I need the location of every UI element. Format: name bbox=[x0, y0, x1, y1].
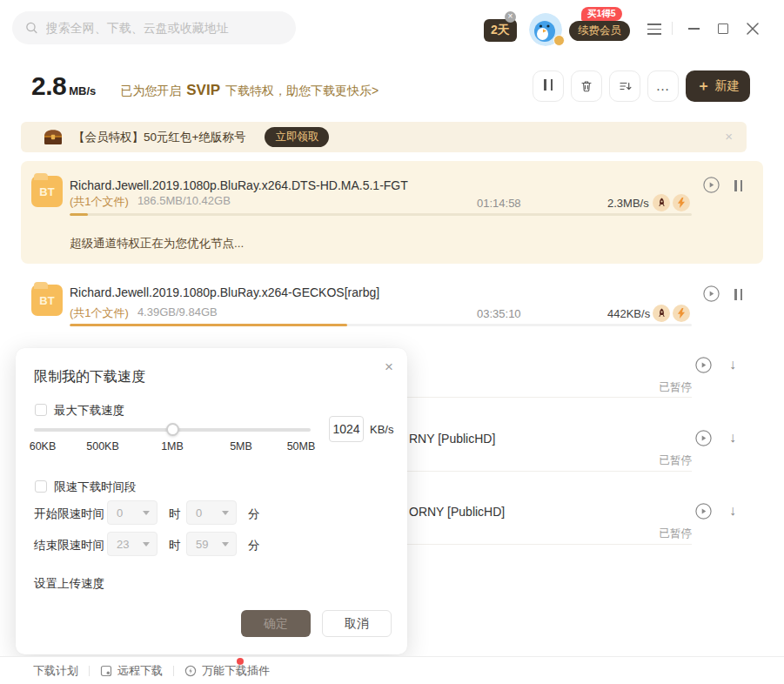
progress-fill bbox=[70, 324, 347, 326]
notification-dot bbox=[237, 658, 244, 665]
hour-unit: 时 bbox=[169, 538, 181, 553]
end-minute-select[interactable]: 59 bbox=[186, 532, 237, 556]
time-period-checkbox[interactable] bbox=[35, 480, 47, 493]
play-icon[interactable] bbox=[703, 177, 720, 193]
vip-days-badge[interactable]: 2天 bbox=[484, 19, 517, 42]
progress-bar bbox=[70, 213, 692, 216]
svip-post-text: 下载特权，助您下载更快乐> bbox=[225, 84, 379, 97]
status-bar: 下载计划 远程下载 万能下载插件 bbox=[0, 656, 784, 684]
plugin-icon bbox=[184, 665, 197, 677]
paused-status: 已暂停 bbox=[660, 453, 693, 468]
scale-1mb: 1MB bbox=[161, 440, 184, 453]
download-title[interactable]: Richard.Jewell.2019.1080p.BluRay.x264-GE… bbox=[70, 285, 379, 299]
pause-all-button[interactable] bbox=[533, 70, 564, 102]
start-minute-value: 0 bbox=[196, 506, 202, 520]
progress-bar bbox=[70, 324, 692, 326]
minute-unit: 分 bbox=[248, 538, 260, 553]
remote-download-label: 远程下载 bbox=[117, 663, 163, 679]
download-arrow-icon[interactable]: ↓ bbox=[729, 504, 736, 518]
download-item-2[interactable]: BT Richard.Jewell.2019.1080p.BluRay.x264… bbox=[21, 274, 763, 342]
search-input[interactable] bbox=[46, 21, 283, 35]
more-button[interactable]: … bbox=[647, 70, 679, 102]
close-window-icon[interactable] bbox=[747, 23, 759, 35]
main-menu-icon[interactable] bbox=[647, 23, 661, 38]
max-speed-checkbox[interactable] bbox=[35, 404, 47, 416]
app-window: 2天 × 续费会员 买1得5 2.8 MB/s 已为您开启SVIP下载特权，助您… bbox=[0, 0, 784, 684]
start-hour-select[interactable]: 0 bbox=[107, 500, 157, 525]
delete-button[interactable] bbox=[571, 70, 602, 102]
end-time-label: 结束限速时间 bbox=[34, 538, 104, 553]
rocket-boost-icon[interactable] bbox=[653, 194, 670, 211]
resume-icon[interactable] bbox=[695, 430, 712, 446]
download-arrow-icon[interactable]: ↓ bbox=[729, 358, 736, 372]
bt-label: BT bbox=[39, 294, 54, 307]
medal-badge-icon bbox=[553, 35, 565, 46]
minimize-icon[interactable] bbox=[688, 28, 700, 30]
svip-label: SVIP bbox=[186, 82, 220, 98]
eta: 03:35:10 bbox=[477, 307, 521, 320]
download-title-partial[interactable]: RNY [PublicHD] bbox=[409, 432, 495, 446]
download-item-1[interactable]: BT Richard.Jewell.2019.1080p.BluRay.x264… bbox=[21, 161, 763, 264]
search-input-wrap[interactable] bbox=[12, 11, 296, 44]
maximize-icon[interactable] bbox=[718, 23, 728, 34]
speed-limit-dialog: × 限制我的下载速度 最大下载速度 KB/s 60KB 500KB 1MB 5M… bbox=[16, 348, 407, 654]
speed-unit-label: KB/s bbox=[370, 423, 393, 436]
more-icon: … bbox=[656, 83, 671, 90]
new-task-label: 新建 bbox=[715, 78, 740, 94]
start-minute-select[interactable]: 0 bbox=[186, 500, 237, 525]
claim-now-button[interactable]: 立即领取 bbox=[265, 127, 329, 147]
banner-close-icon[interactable]: × bbox=[725, 129, 733, 144]
remote-device-icon bbox=[100, 665, 112, 677]
dialog-close-icon[interactable]: × bbox=[385, 359, 393, 376]
download-meta: (共1个文件) 4.39GB/9.84GB bbox=[70, 305, 218, 321]
new-task-button[interactable]: ＋ 新建 bbox=[686, 70, 750, 102]
member-promo-banner: 【会员特权】50元红包+绝版称号 立即领取 × bbox=[21, 122, 747, 152]
resume-icon[interactable] bbox=[695, 357, 712, 373]
pause-task-icon[interactable] bbox=[733, 179, 745, 195]
bt-label: BT bbox=[39, 185, 54, 198]
speed-slider-handle[interactable] bbox=[166, 423, 179, 436]
scale-500kb: 500KB bbox=[86, 440, 119, 453]
close-icon[interactable]: × bbox=[505, 11, 516, 23]
dialog-title: 限制我的下载速度 bbox=[34, 368, 145, 386]
cancel-button[interactable]: 取消 bbox=[322, 610, 392, 637]
progress-fill bbox=[70, 213, 88, 216]
ok-button[interactable]: 确定 bbox=[241, 610, 311, 637]
paused-status: 已暂停 bbox=[660, 526, 693, 541]
size-progress: 4.39GB/9.84GB bbox=[137, 305, 218, 321]
chevron-down-icon bbox=[222, 511, 229, 515]
file-count: (共1个文件) bbox=[70, 194, 129, 210]
start-hour-value: 0 bbox=[117, 506, 123, 520]
svip-banner-text[interactable]: 已为您开启SVIP下载特权，助您下载更快乐> bbox=[120, 82, 379, 99]
renew-vip-button[interactable]: 续费会员 bbox=[569, 21, 630, 41]
remote-download-link[interactable]: 远程下载 bbox=[100, 663, 163, 679]
item-speed: 2.3MB/s bbox=[607, 197, 649, 210]
lightning-boost-icon[interactable] bbox=[673, 194, 690, 211]
plugin-link[interactable]: 万能下载插件 bbox=[184, 663, 270, 679]
pause-task-icon[interactable] bbox=[733, 288, 745, 304]
chevron-down-icon bbox=[143, 511, 150, 515]
speed-limit-input[interactable] bbox=[329, 416, 364, 442]
end-minute-value: 59 bbox=[196, 538, 208, 551]
end-hour-select[interactable]: 23 bbox=[107, 532, 157, 556]
scale-5mb: 5MB bbox=[230, 440, 252, 453]
end-hour-value: 23 bbox=[117, 538, 129, 551]
pause-icon bbox=[542, 78, 555, 94]
speed-value: 2.8 bbox=[31, 71, 66, 101]
resume-icon[interactable] bbox=[695, 503, 712, 520]
eta: 01:14:58 bbox=[477, 197, 521, 210]
hour-unit: 时 bbox=[169, 506, 181, 522]
download-title-partial[interactable]: ORNY [PublicHD] bbox=[409, 505, 505, 519]
download-arrow-icon[interactable]: ↓ bbox=[729, 431, 736, 445]
download-plan-link[interactable]: 下载计划 bbox=[33, 663, 78, 679]
rocket-boost-icon[interactable] bbox=[653, 305, 670, 322]
sort-button[interactable] bbox=[609, 70, 640, 102]
speed-unit: MB/s bbox=[69, 84, 96, 97]
trash-icon bbox=[580, 79, 593, 93]
download-title[interactable]: Richard.Jewell.2019.1080p.BluRay.x264.DT… bbox=[70, 178, 408, 192]
scale-50mb: 50MB bbox=[287, 440, 316, 453]
max-speed-label: 最大下载速度 bbox=[54, 403, 124, 419]
lightning-boost-icon[interactable] bbox=[673, 305, 690, 322]
play-icon[interactable] bbox=[703, 285, 720, 302]
upload-speed-link[interactable]: 设置上传速度 bbox=[34, 576, 104, 592]
